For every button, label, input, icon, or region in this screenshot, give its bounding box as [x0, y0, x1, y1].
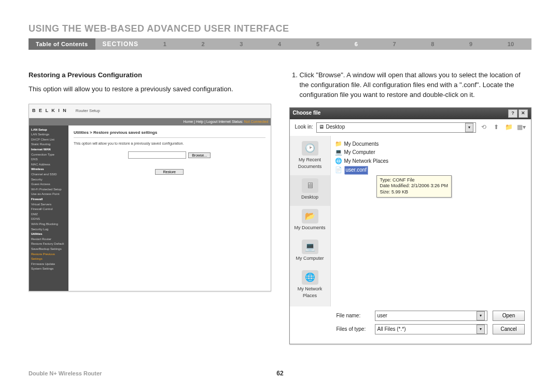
lookin-value: Desktop: [326, 123, 463, 131]
section-link-1[interactable]: 1: [163, 41, 166, 47]
restore-button[interactable]: Restore: [155, 169, 184, 175]
restore-body: This option will allow you to restore a …: [29, 85, 271, 94]
side-item[interactable]: WAN Ping Blocking: [31, 222, 66, 227]
side-hdr-firewall: Firewall: [31, 197, 66, 202]
filename-value: user: [377, 312, 477, 320]
browse-button[interactable]: Browse...: [188, 152, 211, 158]
router-screenshot: B E L K I N Router Setup Home | Help | L…: [29, 104, 271, 291]
tooltip-line: Type: CONF File: [380, 177, 449, 184]
file-item-mydocs[interactable]: 📁 My Documents: [335, 140, 527, 149]
lookin-select[interactable]: 🖥 Desktop ▾: [316, 122, 476, 133]
restore-heading: Restoring a Previous Configuration: [29, 71, 271, 80]
section-link-3[interactable]: 3: [240, 41, 243, 47]
page-number: 62: [276, 370, 283, 377]
section-link-4[interactable]: 4: [278, 41, 281, 47]
filetype-label: Files of type:: [337, 326, 370, 333]
router-desc: This option will allow you to restore a …: [74, 141, 265, 146]
close-button[interactable]: ✕: [519, 109, 528, 118]
side-item[interactable]: Connection Type: [31, 152, 66, 158]
step-1: Click "Browse". A window will open that …: [300, 71, 532, 100]
side-item[interactable]: Static Routing: [31, 142, 66, 147]
file-tooltip: Type: CONF File Date Modified: 2/1/2006 …: [376, 175, 452, 198]
restore-file-input[interactable]: [128, 151, 186, 159]
places-recent-label: My Recent Documents: [291, 157, 329, 170]
file-icon: 📄: [335, 166, 342, 174]
filename-input[interactable]: user ▾: [375, 311, 488, 321]
side-item[interactable]: Save/Backup Settings: [31, 247, 66, 252]
dropdown-arrow-icon[interactable]: ▾: [465, 123, 473, 132]
side-item[interactable]: Security Log: [31, 227, 66, 232]
side-item[interactable]: Restart Router: [31, 237, 66, 242]
cancel-button[interactable]: Cancel: [493, 324, 525, 334]
help-button[interactable]: ?: [508, 109, 517, 118]
side-hdr-utilities: Utilities: [31, 232, 66, 237]
file-label: My Documents: [344, 141, 379, 148]
belkin-logo: B E L K I N: [32, 107, 67, 114]
side-hdr-lan: LAN Setup: [31, 128, 66, 133]
section-link-2[interactable]: 2: [202, 41, 205, 47]
section-link-7[interactable]: 7: [393, 41, 396, 47]
open-button[interactable]: Open: [493, 311, 525, 321]
folder-icon: 📁: [335, 141, 342, 148]
section-link-9[interactable]: 9: [469, 41, 472, 47]
dropdown-arrow-icon[interactable]: ▾: [477, 325, 485, 334]
section-link-10[interactable]: 10: [508, 41, 514, 47]
choose-file-dialog: Choose file ? ✕ Look in: 🖥 Desktop ▾ ⟲ ⬆…: [289, 107, 532, 344]
sections-label: SECTIONS: [95, 38, 146, 50]
dialog-title: Choose file: [293, 109, 321, 117]
side-item-restore-previous[interactable]: Restore Previous Settings: [31, 252, 66, 262]
file-item-mynet[interactable]: 🌐 My Network Places: [335, 157, 527, 166]
side-item[interactable]: Virtual Servers: [31, 202, 66, 207]
places-desktop[interactable]: 🖥 Desktop: [290, 175, 330, 206]
section-nav: Table of Contents SECTIONS 12345678910: [29, 38, 531, 50]
side-item[interactable]: Firewall Control: [31, 207, 66, 212]
places-mycomp[interactable]: 💻 My Computer: [290, 236, 330, 267]
dropdown-arrow-icon[interactable]: ▾: [477, 311, 485, 320]
side-item[interactable]: LAN Settings: [31, 132, 66, 137]
router-status-links[interactable]: Home | Help | Logout Internet Status:: [183, 119, 243, 124]
toc-link[interactable]: Table of Contents: [29, 38, 95, 50]
computer-icon: 💻: [335, 149, 342, 156]
router-status-value: Not Connected: [244, 119, 269, 124]
desktop-place-icon: 🖥: [302, 178, 318, 193]
places-mydocs-label: My Documents: [291, 225, 329, 231]
lookin-label: Look in:: [295, 123, 313, 131]
section-link-5[interactable]: 5: [316, 41, 319, 47]
side-item[interactable]: Channel and SSID: [31, 172, 66, 177]
file-item-userconf[interactable]: 📄 user.conf: [335, 165, 527, 175]
back-icon[interactable]: ⟲: [479, 123, 488, 132]
side-item[interactable]: DDNS: [31, 217, 66, 222]
side-item[interactable]: Wi-Fi Protected Setup: [31, 187, 66, 192]
section-link-6[interactable]: 6: [355, 41, 358, 47]
side-item[interactable]: Restore Factory Default: [31, 242, 66, 247]
side-item[interactable]: Guest Access: [31, 182, 66, 187]
up-folder-icon[interactable]: ⬆: [492, 123, 501, 132]
places-mydocs[interactable]: 📂 My Documents: [290, 206, 330, 236]
places-mycomp-label: My Computer: [291, 255, 329, 262]
side-item[interactable]: Use as Access Point: [31, 192, 66, 197]
side-item[interactable]: Security: [31, 177, 66, 183]
places-mynet[interactable]: 🌐 My Network Places: [290, 267, 330, 304]
places-mynet-label: My Network Places: [291, 286, 329, 299]
side-item[interactable]: DHCP Client List: [31, 137, 66, 143]
file-label: My Computer: [344, 149, 375, 157]
side-item[interactable]: DMZ: [31, 212, 66, 217]
mydocs-icon: 📂: [302, 209, 318, 223]
section-link-8[interactable]: 8: [431, 41, 434, 47]
side-item[interactable]: Firmware Update: [31, 262, 66, 267]
new-folder-icon[interactable]: 📁: [504, 123, 513, 132]
router-setup-label: Router Setup: [76, 108, 100, 114]
side-hdr-wireless: Wireless: [31, 167, 66, 172]
side-item[interactable]: DNS: [31, 157, 66, 162]
side-item[interactable]: MAC Address: [31, 162, 66, 167]
file-item-mycomp[interactable]: 💻 My Computer: [335, 148, 527, 157]
side-item[interactable]: System Settings: [31, 267, 66, 272]
view-menu-icon[interactable]: ▦▾: [516, 123, 526, 132]
filetype-select[interactable]: All Files (*.*) ▾: [375, 324, 488, 334]
tooltip-line: Date Modified: 2/1/2006 3:26 PM: [380, 183, 449, 189]
router-breadcrumb: Utilities > Restore previous saved setti…: [74, 130, 265, 136]
recent-icon: 🕑: [302, 141, 318, 156]
tooltip-line: Size: 5.99 KB: [380, 189, 449, 195]
places-recent[interactable]: 🕑 My Recent Documents: [290, 138, 330, 175]
mynet-icon: 🌐: [302, 270, 318, 285]
